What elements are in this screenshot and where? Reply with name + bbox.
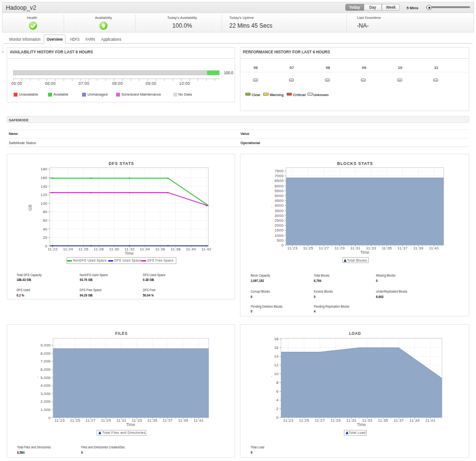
svg-text:12: 12 [274, 363, 279, 367]
svg-text:11:29: 11:29 [335, 246, 345, 250]
svg-text:2000: 2000 [274, 223, 284, 228]
svg-text:11:31: 11:31 [116, 418, 126, 423]
svg-text:500: 500 [277, 238, 284, 243]
svg-text:2: 2 [276, 407, 279, 411]
svg-text:160: 160 [41, 176, 48, 180]
svg-text:3,000: 3,000 [40, 392, 51, 396]
svg-text:,: , [37, 374, 38, 378]
svg-text:1,000: 1,000 [40, 408, 51, 412]
svg-text:5,000: 5,000 [40, 376, 51, 380]
svg-text:11:35: 11:35 [147, 418, 157, 423]
svg-text:11:23: 11:23 [54, 418, 65, 423]
svg-text:2500: 2500 [274, 218, 284, 223]
svg-text:6: 6 [276, 389, 279, 394]
svg-text:11:30: 11:30 [109, 247, 119, 251]
svg-text:11:25: 11:25 [70, 418, 80, 423]
svg-text:7,000: 7,000 [40, 359, 51, 363]
svg-text:11:32: 11:32 [124, 247, 135, 251]
svg-text:Time: Time [125, 251, 134, 256]
svg-text:GB: GB [28, 204, 33, 211]
svg-text:,: , [271, 373, 272, 378]
svg-text:11:22: 11:22 [48, 247, 58, 251]
svg-text:11:23: 11:23 [288, 246, 298, 250]
svg-text:7500: 7500 [274, 169, 284, 173]
svg-text:11:38: 11:38 [170, 247, 181, 251]
svg-text:4500: 4500 [274, 198, 284, 203]
svg-text:Time: Time [360, 250, 370, 255]
svg-text:140: 140 [41, 184, 48, 189]
svg-text:100.0: 100.0 [224, 70, 233, 76]
svg-text:07:00: 07:00 [79, 81, 89, 86]
svg-text:11:25: 11:25 [299, 418, 309, 423]
svg-text:08:00: 08:00 [112, 81, 123, 86]
svg-text:11:31: 11:31 [346, 418, 357, 423]
svg-text:4,000: 4,000 [40, 383, 51, 388]
svg-text:0: 0 [276, 415, 279, 420]
svg-text:9,000: 9,000 [40, 343, 51, 347]
svg-text:11:28: 11:28 [94, 247, 104, 251]
svg-text:20: 20 [43, 235, 48, 240]
svg-text:40: 40 [43, 227, 48, 231]
svg-text:5000: 5000 [274, 194, 284, 198]
svg-text:11:27: 11:27 [315, 418, 325, 423]
svg-text:11:27: 11:27 [85, 418, 96, 423]
svg-text:4: 4 [276, 398, 279, 402]
svg-text:4000: 4000 [274, 203, 284, 208]
svg-text:11:33: 11:33 [362, 418, 373, 423]
svg-text:11:33: 11:33 [366, 246, 376, 250]
svg-text:11:41: 11:41 [193, 418, 204, 423]
svg-text:8,000: 8,000 [40, 351, 51, 356]
svg-text:09:00: 09:00 [146, 81, 156, 86]
svg-text:60: 60 [43, 218, 48, 223]
svg-text:11:23: 11:23 [283, 418, 293, 423]
svg-text:11:41: 11:41 [429, 246, 439, 250]
svg-text:11:27: 11:27 [319, 246, 329, 250]
svg-text:10: 10 [274, 372, 279, 376]
svg-text:11:40: 11:40 [186, 247, 196, 251]
svg-text:100: 100 [41, 201, 48, 206]
svg-text:6000: 6000 [274, 184, 284, 188]
svg-text:11:42: 11:42 [201, 247, 211, 251]
svg-text:11:35: 11:35 [382, 246, 392, 250]
svg-text:3500: 3500 [274, 209, 284, 213]
svg-text:14: 14 [274, 354, 279, 359]
svg-text:11:31: 11:31 [350, 246, 360, 250]
svg-text:11:39: 11:39 [409, 418, 420, 423]
svg-text:11:36: 11:36 [155, 247, 165, 251]
svg-text:3000: 3000 [274, 214, 284, 218]
svg-text:05:00: 05:00 [11, 81, 22, 86]
svg-text:2,000: 2,000 [40, 399, 51, 404]
svg-text:11:24: 11:24 [63, 247, 73, 251]
svg-text:11:39: 11:39 [178, 418, 188, 423]
svg-text:5500: 5500 [274, 189, 284, 193]
svg-text:11:26: 11:26 [78, 247, 88, 251]
svg-text:6500: 6500 [274, 179, 284, 183]
svg-text:11:41: 11:41 [425, 418, 436, 423]
svg-text:11:37: 11:37 [397, 246, 408, 250]
svg-text:11:37: 11:37 [394, 418, 404, 423]
svg-text:10:00: 10:00 [179, 81, 190, 86]
svg-text:11:29: 11:29 [101, 418, 111, 423]
svg-text:8: 8 [276, 380, 279, 385]
svg-text:180: 180 [41, 167, 48, 171]
svg-text:0: 0 [49, 416, 51, 420]
svg-text:06:00: 06:00 [45, 81, 55, 86]
svg-text:Time: Time [126, 422, 136, 427]
svg-text:Time: Time [357, 422, 366, 427]
svg-text:,: , [271, 203, 272, 208]
svg-text:18: 18 [274, 337, 279, 341]
svg-text:11:25: 11:25 [303, 246, 313, 250]
svg-text:7000: 7000 [274, 174, 284, 178]
svg-text:11:37: 11:37 [163, 418, 173, 423]
svg-text:11:34: 11:34 [140, 247, 150, 251]
svg-text:16: 16 [274, 346, 279, 350]
svg-text:11:39: 11:39 [413, 246, 424, 250]
svg-text:6,000: 6,000 [40, 367, 51, 372]
svg-text:0: 0 [281, 243, 284, 247]
svg-text:120: 120 [41, 193, 48, 197]
svg-text:80: 80 [43, 210, 48, 214]
svg-text:1500: 1500 [274, 228, 284, 232]
svg-text:11:33: 11:33 [132, 418, 142, 423]
svg-text:11:29: 11:29 [331, 418, 341, 423]
svg-text:1000: 1000 [274, 233, 284, 238]
